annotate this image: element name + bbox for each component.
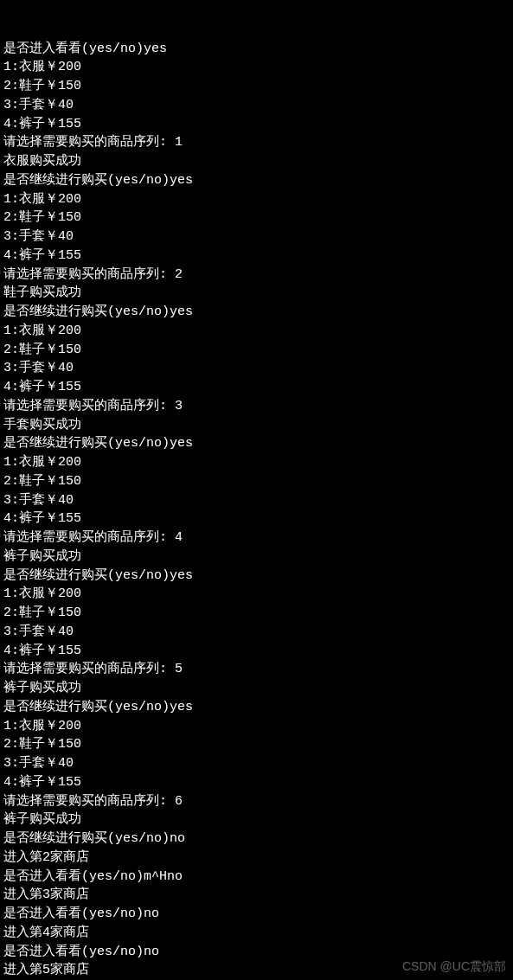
terminal-line: 4:裤子￥155 <box>3 115 510 134</box>
terminal-line: 裤子购买成功 <box>3 548 510 567</box>
terminal-line: 2:鞋子￥150 <box>3 341 510 360</box>
watermark-text: CSDN @UC震惊部 <box>402 958 506 975</box>
terminal-line: 2:鞋子￥150 <box>3 735 510 754</box>
terminal-line: 3:手套￥40 <box>3 359 510 378</box>
terminal-line: 鞋子购买成功 <box>3 284 510 303</box>
terminal-line: 裤子购买成功 <box>3 679 510 698</box>
terminal-line: 1:衣服￥200 <box>3 322 510 341</box>
terminal-line: 3:手套￥40 <box>3 491 510 510</box>
terminal-line: 进入第2家商店 <box>3 849 510 868</box>
terminal-line: 1:衣服￥200 <box>3 585 510 604</box>
terminal-line: 请选择需要购买的商品序列: 4 <box>3 528 510 548</box>
terminal-line: 3:手套￥40 <box>3 96 510 115</box>
terminal-line: 4:裤子￥155 <box>3 247 510 266</box>
terminal-line: 裤子购买成功 <box>3 810 510 829</box>
terminal-line: 是否进入看看(yes/no)no <box>3 905 510 924</box>
terminal-line: 2:鞋子￥150 <box>3 604 510 623</box>
terminal-line: 请选择需要购买的商品序列: 1 <box>3 133 510 152</box>
terminal-line: 1:衣服￥200 <box>3 453 510 472</box>
terminal-line: 请选择需要购买的商品序列: 2 <box>3 266 510 285</box>
terminal-line: 3:手套￥40 <box>3 623 510 642</box>
terminal-line: 衣服购买成功 <box>3 152 510 171</box>
terminal-line: 是否继续进行购买(yes/no)no <box>3 829 510 849</box>
terminal-line: 是否继续进行购买(yes/no)yes <box>3 434 510 453</box>
terminal-line: 请选择需要购买的商品序列: 6 <box>3 792 510 811</box>
terminal-line: 2:鞋子￥150 <box>3 77 510 96</box>
terminal-line: 进入第4家商店 <box>3 924 510 943</box>
terminal-line: 请选择需要购买的商品序列: 3 <box>3 397 510 416</box>
terminal-line: 请选择需要购买的商品序列: 5 <box>3 660 510 679</box>
terminal-output[interactable]: 是否进入看看(yes/no)yes1:衣服￥2002:鞋子￥1503:手套￥40… <box>3 2 510 980</box>
terminal-line: 2:鞋子￥150 <box>3 208 510 227</box>
terminal-line: 1:衣服￥200 <box>3 717 510 736</box>
terminal-line: 是否继续进行购买(yes/no)yes <box>3 171 510 190</box>
terminal-line: 是否进入看看(yes/no)m^Hno <box>3 868 510 887</box>
terminal-line: 4:裤子￥155 <box>3 642 510 661</box>
terminal-line: 进入第3家商店 <box>3 886 510 905</box>
terminal-line: 1:衣服￥200 <box>3 190 510 209</box>
terminal-line: 是否继续进行购买(yes/no)yes <box>3 567 510 586</box>
terminal-line: 3:手套￥40 <box>3 227 510 247</box>
terminal-line: 是否进入看看(yes/no)yes <box>3 40 510 59</box>
terminal-line: 是否继续进行购买(yes/no)yes <box>3 303 510 322</box>
terminal-line: 4:裤子￥155 <box>3 378 510 397</box>
terminal-line: 是否继续进行购买(yes/no)yes <box>3 698 510 717</box>
terminal-line: 2:鞋子￥150 <box>3 472 510 491</box>
terminal-line: 3:手套￥40 <box>3 754 510 773</box>
terminal-line: 手套购买成功 <box>3 416 510 435</box>
terminal-line: 4:裤子￥155 <box>3 509 510 528</box>
terminal-line: 1:衣服￥200 <box>3 58 510 77</box>
terminal-line: 4:裤子￥155 <box>3 773 510 792</box>
